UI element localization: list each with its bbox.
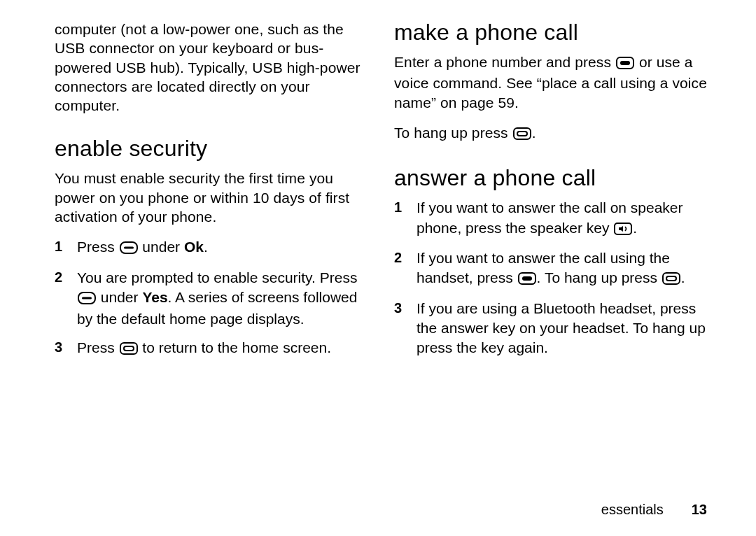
end-key-icon: [662, 270, 680, 290]
enable-security-steps: Press under Ok. You are prompted to enab…: [55, 237, 368, 368]
step-2: You are prompted to enable security. Pre…: [55, 268, 368, 330]
text: Press: [77, 339, 119, 355]
step-2: If you want to answer the call using the…: [394, 248, 707, 290]
text: .: [633, 220, 637, 236]
page-footer: essentials 13: [601, 502, 707, 518]
text: To hang up press: [394, 125, 512, 141]
text: If you want to answer the call on speake…: [416, 199, 683, 235]
softkey-icon: [78, 290, 96, 309]
send-key-icon: [518, 270, 536, 290]
heading-enable-security: enable security: [55, 136, 368, 162]
text: to return to the home screen.: [139, 339, 331, 355]
step-1: Press under Ok.: [55, 237, 368, 259]
text: .: [681, 269, 685, 285]
heading-make-call: make a phone call: [394, 20, 707, 45]
enable-security-intro: You must enable security the first time …: [55, 169, 368, 226]
hang-up-para: To hang up press .: [394, 123, 707, 144]
right-column: make a phone call Enter a phone number a…: [394, 20, 707, 529]
manual-page: computer (not a low-power one, such as t…: [0, 0, 756, 536]
text: under: [97, 289, 142, 305]
text: Enter a phone number and press: [394, 54, 615, 70]
answer-call-steps: If you want to answer the call on speake…: [394, 198, 707, 366]
heading-answer-call: answer a phone call: [394, 165, 707, 191]
text: Press: [77, 239, 119, 255]
text: You are prompted to enable security. Pre…: [77, 269, 357, 285]
text: . To hang up press: [537, 269, 662, 285]
text: .: [532, 125, 536, 141]
usb-note: computer (not a low-power one, such as t…: [55, 20, 368, 115]
step-3: If you are using a Bluetooth headset, pr…: [394, 299, 707, 358]
end-key-icon: [513, 125, 531, 144]
end-key-icon: [120, 340, 138, 360]
text: under: [139, 239, 184, 255]
speaker-key-icon: [614, 220, 632, 240]
left-column: computer (not a low-power one, such as t…: [55, 20, 368, 529]
page-number: 13: [692, 502, 707, 518]
step-1: If you want to answer the call on speake…: [394, 198, 707, 240]
send-key-icon: [616, 55, 634, 73]
softkey-icon: [120, 239, 138, 259]
footer-section: essentials: [601, 502, 664, 518]
text: .: [204, 239, 208, 255]
step-3: Press to return to the home screen.: [55, 338, 368, 360]
label-yes: Yes: [142, 289, 167, 305]
label-ok: Ok: [184, 239, 204, 255]
make-call-para: Enter a phone number and press or use a …: [394, 52, 707, 112]
text: If you are using a Bluetooth headset, pr…: [416, 300, 706, 356]
